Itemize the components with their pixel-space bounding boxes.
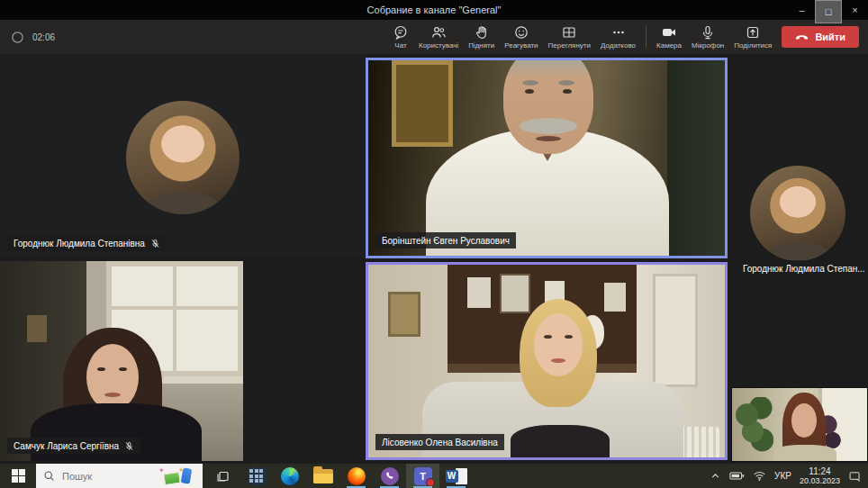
windows-logo-icon (12, 469, 25, 483)
video-tile-samchuk[interactable]: Самчук Лариса Сергіївна (0, 261, 243, 461)
mouth-shape (536, 136, 561, 141)
taskbar-clock[interactable]: 11:24 20.03.2023 (800, 466, 840, 486)
camera-button[interactable]: Камера (656, 24, 682, 50)
taskbar-search[interactable]: ✦ ★ (36, 464, 203, 488)
photo-frame-shape (604, 283, 626, 312)
eyebrow-shape (522, 80, 538, 86)
clock-date: 20.03.2023 (800, 476, 840, 486)
avatar-gorodnyuk (126, 101, 240, 214)
teams-icon: T (414, 467, 432, 485)
teams-meeting-window: Собрание в канале "General" – □ × 02:06 … (0, 0, 868, 488)
microphone-icon (700, 24, 716, 41)
name-plate: Самчук Лариса Сергіївна (7, 438, 140, 454)
window-controls: – □ × (789, 0, 868, 20)
grid-view-icon (561, 24, 577, 41)
grid-app-icon (248, 467, 266, 485)
video-stage: Городнюк Людмила Степанівна Борінш (0, 54, 868, 464)
face-shape (534, 313, 583, 376)
shoulders-shape (773, 445, 836, 462)
battery-icon[interactable] (729, 470, 745, 482)
eye-shape (565, 335, 573, 339)
window-bar-shape (173, 261, 176, 376)
blouse-shape (511, 425, 610, 460)
video-tile-lisovenko[interactable]: Лісовенко Олена Василівна (366, 262, 728, 460)
search-doodle-icon: ✦ ★ (158, 466, 200, 485)
video-tile-borinshtein[interactable]: Борінштейн Євген Руславович (366, 58, 728, 258)
viber-icon (381, 467, 399, 485)
camera-icon (661, 24, 677, 41)
mouth-shape (104, 393, 121, 397)
chat-icon (393, 24, 409, 41)
name-plate: Борінштейн Євген Руславович (375, 232, 516, 249)
picture-frame-shape (388, 292, 420, 337)
minimize-button[interactable]: – (789, 0, 815, 20)
raise-hand-button[interactable]: Підняти (468, 24, 494, 50)
window-bar-shape (106, 306, 243, 310)
meeting-timer: 02:06 (11, 20, 55, 54)
react-button[interactable]: Реагувати (504, 24, 538, 50)
task-view-icon (215, 468, 231, 484)
clock-time: 11:24 (800, 466, 840, 476)
eye-shape (563, 89, 572, 94)
picture-frame-shape (392, 60, 453, 147)
mic-muted-icon (150, 239, 160, 249)
taskbar-app-explorer[interactable] (306, 464, 339, 488)
eyebrow-shape (558, 80, 574, 86)
photo-frame-shape (500, 274, 530, 313)
action-center-icon[interactable] (848, 470, 862, 483)
mouth-shape (551, 358, 565, 363)
eye-shape (525, 89, 534, 94)
edge-icon (281, 467, 299, 485)
file-explorer-icon (313, 469, 333, 483)
task-view-button[interactable] (206, 464, 240, 488)
face-shape (86, 344, 139, 411)
taskbar-app-grid[interactable] (240, 464, 273, 488)
photo-frame-shape (467, 277, 491, 308)
microphone-button[interactable]: Мікрофон (692, 24, 724, 50)
eye-shape (97, 367, 105, 371)
taskbar-apps: T W (206, 464, 473, 488)
raised-hand-icon (474, 24, 490, 41)
close-button[interactable]: × (842, 0, 868, 20)
taskbar-app-firefox[interactable] (339, 464, 373, 488)
eye-shape (544, 335, 552, 339)
taskbar-app-word[interactable]: W (439, 464, 473, 488)
people-icon (430, 24, 447, 41)
notification-dot (426, 478, 435, 487)
firefox-icon (348, 467, 366, 485)
taskbar-app-edge[interactable] (273, 464, 306, 488)
timer-ring-icon (11, 31, 24, 44)
video-tile-gorodnyuk-2[interactable]: Городнюк Людмила Степан... (729, 54, 868, 279)
search-input[interactable] (60, 470, 147, 483)
timer-value: 02:06 (32, 32, 55, 42)
more-button[interactable]: Додатково (601, 24, 636, 50)
taskbar-app-viber[interactable] (373, 464, 406, 488)
tray-chevron-icon[interactable] (710, 470, 721, 482)
self-view-tile[interactable] (731, 387, 868, 462)
system-tray: УКР 11:24 20.03.2023 (710, 466, 868, 486)
word-icon: W (446, 467, 467, 485)
chat-button[interactable]: Чат (393, 24, 409, 50)
leave-button[interactable]: Вийти (782, 26, 859, 48)
title-bar: Собрание в канале "General" – □ × (0, 0, 868, 20)
meeting-toolbar: 02:06 Чат Користувачі (0, 20, 868, 54)
phone-hangup-icon (795, 32, 809, 41)
cabinet-shape (667, 60, 725, 256)
start-button[interactable] (0, 464, 36, 488)
door-shape (653, 274, 698, 387)
name-plate: Городнюк Людмила Степан... (737, 260, 868, 276)
maximize-button[interactable]: □ (815, 0, 842, 23)
taskbar-app-teams[interactable]: T (406, 464, 439, 488)
video-tile-gorodnyuk[interactable]: Городнюк Людмила Степанівна (0, 54, 366, 258)
search-icon (43, 470, 55, 482)
wifi-icon[interactable] (753, 470, 766, 482)
language-indicator[interactable]: УКР (774, 471, 791, 481)
eye-shape (119, 367, 127, 371)
participants-button[interactable]: Користувачі (419, 24, 458, 50)
share-button[interactable]: Поділитися (734, 24, 772, 50)
avatar-gorodnyuk-2 (750, 166, 845, 261)
toolbar-divider (646, 26, 646, 48)
meeting-title: Собрание в канале "General" (0, 0, 868, 20)
view-button[interactable]: Переглянути (548, 24, 591, 50)
share-icon (745, 24, 761, 41)
